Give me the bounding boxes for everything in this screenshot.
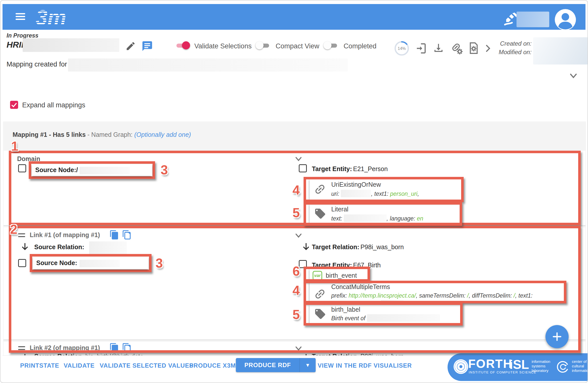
top-app-bar: 3m (3, 4, 585, 30)
var-icon: var (313, 271, 322, 280)
validate-button[interactable]: VALIDATE (64, 362, 95, 369)
drag-handle-icon[interactable] (18, 346, 25, 352)
source-node-label: Source Node:/ (35, 166, 78, 174)
annotation-badge-4: 4 (292, 283, 300, 298)
source-node-label: Source Node: (36, 259, 77, 267)
variable-name: birth_event (326, 272, 357, 279)
duplicate-link-icon[interactable] (109, 230, 119, 240)
mapping-created-for-label: Mapping created for (7, 60, 67, 68)
target-relation-label: Target Relation: (312, 353, 359, 355)
domain-collapse-chevron-icon[interactable] (293, 154, 304, 164)
hamburger-menu-icon[interactable] (16, 13, 25, 21)
link1-source-checkbox[interactable] (18, 259, 26, 267)
comment-icon[interactable] (141, 40, 153, 52)
link1-source-node-input[interactable]: Source Node: (33, 257, 149, 269)
chevron-right-icon[interactable] (483, 43, 493, 53)
toggle-compact-view[interactable] (255, 41, 270, 50)
download-icon[interactable] (432, 42, 445, 54)
target-relation-value: P98i_was_born (360, 243, 404, 250)
generator-name: Literal (331, 206, 348, 213)
generator-name: birth_label (331, 306, 360, 313)
link-settings-icon[interactable] (450, 41, 463, 55)
progress-ring: 14% (394, 40, 410, 56)
copy-link-icon[interactable] (122, 230, 132, 240)
copy-link-icon[interactable] (122, 343, 132, 353)
domain-source-node-input[interactable]: Source Node:/ (32, 164, 152, 176)
user-avatar-icon[interactable] (554, 9, 576, 31)
printstate-button[interactable]: PRINTSTATE (20, 362, 59, 369)
domain-target-checkbox[interactable] (299, 164, 307, 172)
toggle-completed-label: Completed (344, 42, 377, 50)
dates-redacted (533, 37, 588, 65)
target-entity-label: Target Entity: (312, 165, 352, 172)
arrow-down-icon (301, 353, 311, 355)
validate-selected-values-button[interactable]: VALIDATE SELECTED VALUES (100, 362, 194, 369)
toggle-completed[interactable] (323, 41, 338, 50)
produce-rdf-dropdown[interactable]: ▼ (300, 358, 316, 372)
expand-all-label: Expand all mappings (22, 101, 85, 109)
plus-icon (552, 331, 563, 342)
section-divider (4, 340, 585, 340)
section-divider (4, 225, 585, 226)
forth-isl-banner: FORTH INSTITUTE OF COMPUTER SCIENCE iSL … (448, 353, 588, 381)
annotation-badge-4: 4 (292, 182, 300, 198)
link2-source-relation: Source Relation: his_birth/@birth.date (34, 353, 143, 355)
progress-value: 14% (398, 46, 406, 51)
redacted-value (367, 314, 440, 322)
redacted-value (89, 241, 127, 256)
generator-args: text: , language: en (331, 214, 452, 223)
annotation-badge-1: 1 (11, 139, 18, 154)
toggle-validate-selections[interactable] (175, 41, 190, 50)
link1-collapse-chevron-icon[interactable] (293, 230, 304, 240)
status-in-progress: In Progress (7, 32, 39, 39)
annotation-badge-6: 6 (292, 264, 300, 279)
source-relation-label: Source Relation: (34, 353, 84, 355)
literal-generator-card[interactable]: Literal text: , language: en (310, 204, 460, 224)
mapping-title-bold: Mapping #1 - Has 5 links (13, 131, 86, 138)
annotation-badge-2: 2 (10, 222, 17, 237)
tag-icon (314, 308, 326, 320)
cci-lines: center ofculturalinformatics (572, 359, 588, 373)
toggle-validate-selections-label: Validate Selections (194, 42, 252, 50)
link1-target-checkbox[interactable] (299, 260, 307, 268)
annotate-off-icon[interactable] (503, 12, 519, 27)
target-entity-value: E21_Person (353, 165, 388, 172)
target-relation-value: P98i_was_born (360, 353, 404, 355)
expand-all-checkbox[interactable] (10, 101, 18, 109)
annotation-badge-5: 5 (292, 307, 300, 322)
add-mapping-fab[interactable] (545, 325, 569, 348)
forth-logo-text: FORTH (468, 357, 512, 371)
username-redacted (517, 12, 549, 27)
domain-label: Domain (17, 155, 40, 163)
isl-logo-text: iSL (509, 357, 529, 372)
toggle-compact-view-label: Compact View (276, 42, 319, 50)
pencil-edit-icon[interactable] (125, 41, 136, 51)
produce-rdf-button[interactable]: PRODUCE RDF ▼ (236, 358, 316, 372)
link1-title: Link #1 (of mapping #1) (30, 231, 100, 239)
link2-target-relation: Target Relation: P98i_was_born (312, 353, 404, 355)
document-settings-icon[interactable] (467, 42, 480, 54)
generator-args: Birth event of (331, 314, 452, 323)
forth-seal-icon (453, 359, 469, 374)
modified-on-label: Modified on: (493, 48, 532, 56)
generator-name: ConcatMultipleTerms (331, 283, 390, 291)
import-file-icon[interactable] (415, 42, 427, 54)
uri-generator-card[interactable]: UriExistingOrNew uri: , text1: person_ur… (310, 179, 461, 200)
variable-card[interactable]: var birth_event (310, 269, 369, 283)
mapping-title: Mapping #1 - Has 5 links - Named Graph: … (13, 131, 191, 138)
concat-generator-card[interactable]: ConcatMultipleTerms prefix: http://temp.… (310, 283, 565, 302)
domain-source-checkbox[interactable] (18, 164, 26, 172)
target-relation-label: Target Relation: (312, 243, 359, 250)
domain-target-entity: Target Entity: E21_Person (312, 165, 388, 173)
drag-handle-icon[interactable] (18, 233, 25, 239)
duplicate-link-icon[interactable] (109, 343, 119, 353)
chevron-down-icon[interactable] (568, 70, 579, 81)
named-graph-add-link[interactable]: (Optionally add one) (134, 131, 191, 138)
arrow-down-icon (301, 242, 311, 251)
view-rdf-visualiser-button[interactable]: VIEW IN THE RDF VISUALISER (318, 362, 412, 369)
produce-x3ml-button[interactable]: PRODUCE X3ML (189, 362, 240, 369)
label-generator-card[interactable]: birth_label Birth event of (310, 304, 460, 324)
cci-logo-icon (556, 360, 569, 373)
source-relation-value: his_birth/@birth.date (85, 353, 143, 355)
link2-collapse-chevron-icon[interactable] (293, 343, 304, 353)
